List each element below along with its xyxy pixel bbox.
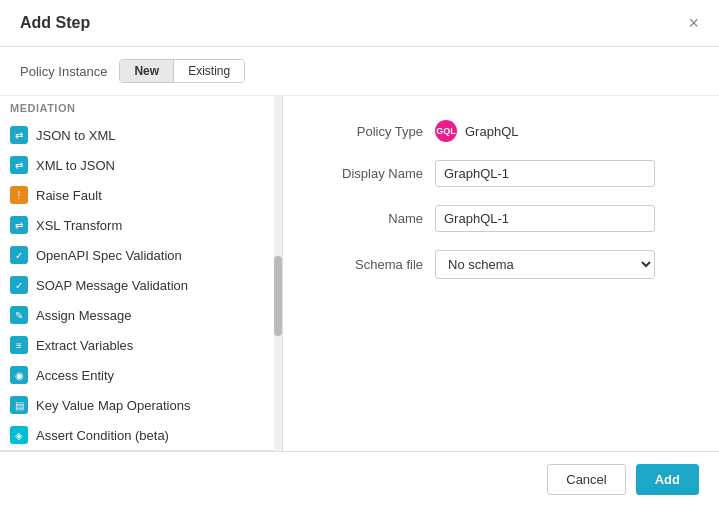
policy-type-row: Policy Type GQL GraphQL bbox=[313, 120, 689, 142]
schema-file-row: Schema file No schema bbox=[313, 250, 689, 279]
list-item-assert-condition[interactable]: ◈ Assert Condition (beta) bbox=[0, 420, 282, 450]
modal-footer: Cancel Add bbox=[0, 451, 719, 507]
list-item-xml-to-json[interactable]: ⇄ XML to JSON bbox=[0, 150, 282, 180]
modal-header: Add Step × bbox=[0, 0, 719, 47]
assign-message-icon: ✎ bbox=[10, 306, 28, 324]
list-item-graphql[interactable]: ◈ GraphQL bbox=[0, 450, 282, 451]
tab-new[interactable]: New bbox=[120, 60, 174, 82]
scrollbar-track bbox=[274, 96, 282, 451]
json-to-xml-icon: ⇄ bbox=[10, 126, 28, 144]
display-name-label: Display Name bbox=[313, 166, 423, 181]
graphql-type-icon: GQL bbox=[435, 120, 457, 142]
assert-condition-icon: ◈ bbox=[10, 426, 28, 444]
close-button[interactable]: × bbox=[688, 14, 699, 32]
xsl-transform-label: XSL Transform bbox=[36, 218, 122, 233]
assign-message-label: Assign Message bbox=[36, 308, 131, 323]
soap-message-validation-icon: ✓ bbox=[10, 276, 28, 294]
list-item-assign-message[interactable]: ✎ Assign Message bbox=[0, 300, 282, 330]
modal-body: Policy Instance New Existing MEDIATION ⇄… bbox=[0, 47, 719, 451]
soap-message-validation-label: SOAP Message Validation bbox=[36, 278, 188, 293]
schema-file-select[interactable]: No schema bbox=[435, 250, 655, 279]
extract-variables-icon: ≡ bbox=[10, 336, 28, 354]
left-panel: MEDIATION ⇄ JSON to XML ⇄ XML to JSON ! … bbox=[0, 96, 283, 451]
xml-to-json-icon: ⇄ bbox=[10, 156, 28, 174]
key-value-map-label: Key Value Map Operations bbox=[36, 398, 190, 413]
policy-instance-label: Policy Instance bbox=[20, 64, 107, 79]
list-item-openapi-spec-validation[interactable]: ✓ OpenAPI Spec Validation bbox=[0, 240, 282, 270]
policy-type-value: GraphQL bbox=[465, 124, 518, 139]
add-button[interactable]: Add bbox=[636, 464, 699, 495]
right-panel: Policy Type GQL GraphQL Display Name Nam… bbox=[283, 96, 719, 451]
xml-to-json-label: XML to JSON bbox=[36, 158, 115, 173]
list-item-xsl-transform[interactable]: ⇄ XSL Transform bbox=[0, 210, 282, 240]
scrollbar-thumb[interactable] bbox=[274, 256, 282, 336]
display-name-input[interactable] bbox=[435, 160, 655, 187]
display-name-row: Display Name bbox=[313, 160, 689, 187]
name-label: Name bbox=[313, 211, 423, 226]
tab-group: New Existing bbox=[119, 59, 245, 83]
list-item-access-entity[interactable]: ◉ Access Entity bbox=[0, 360, 282, 390]
name-input[interactable] bbox=[435, 205, 655, 232]
json-to-xml-label: JSON to XML bbox=[36, 128, 115, 143]
openapi-spec-validation-icon: ✓ bbox=[10, 246, 28, 264]
schema-file-label: Schema file bbox=[313, 257, 423, 272]
list-item-json-to-xml[interactable]: ⇄ JSON to XML bbox=[0, 120, 282, 150]
policy-type-display: GQL GraphQL bbox=[435, 120, 518, 142]
list-item-key-value-map-operations[interactable]: ▤ Key Value Map Operations bbox=[0, 390, 282, 420]
extract-variables-label: Extract Variables bbox=[36, 338, 133, 353]
name-row: Name bbox=[313, 205, 689, 232]
access-entity-label: Access Entity bbox=[36, 368, 114, 383]
modal-title: Add Step bbox=[20, 14, 90, 32]
key-value-map-icon: ▤ bbox=[10, 396, 28, 414]
mediation-section-header: MEDIATION bbox=[0, 96, 282, 120]
content-area: MEDIATION ⇄ JSON to XML ⇄ XML to JSON ! … bbox=[0, 96, 719, 451]
xsl-transform-icon: ⇄ bbox=[10, 216, 28, 234]
list-item-raise-fault[interactable]: ! Raise Fault bbox=[0, 180, 282, 210]
raise-fault-label: Raise Fault bbox=[36, 188, 102, 203]
list-item-soap-message-validation[interactable]: ✓ SOAP Message Validation bbox=[0, 270, 282, 300]
policy-type-label: Policy Type bbox=[313, 124, 423, 139]
policy-instance-row: Policy Instance New Existing bbox=[0, 47, 719, 96]
add-step-modal: Add Step × Policy Instance New Existing … bbox=[0, 0, 719, 507]
raise-fault-icon: ! bbox=[10, 186, 28, 204]
access-entity-icon: ◉ bbox=[10, 366, 28, 384]
cancel-button[interactable]: Cancel bbox=[547, 464, 625, 495]
list-item-extract-variables[interactable]: ≡ Extract Variables bbox=[0, 330, 282, 360]
assert-condition-label: Assert Condition (beta) bbox=[36, 428, 169, 443]
openapi-spec-validation-label: OpenAPI Spec Validation bbox=[36, 248, 182, 263]
tab-existing[interactable]: Existing bbox=[174, 60, 244, 82]
